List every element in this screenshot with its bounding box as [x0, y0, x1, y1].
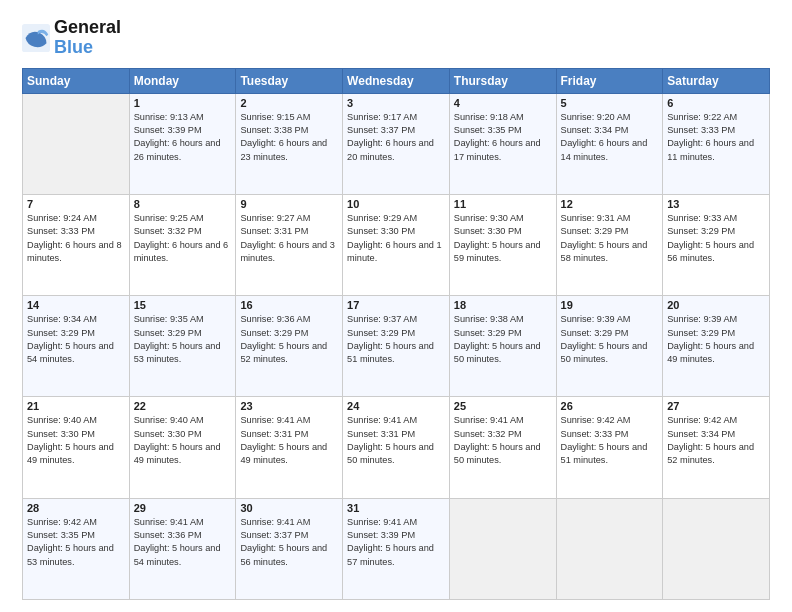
calendar-body: 1Sunrise: 9:13 AM Sunset: 3:39 PM Daylig… [23, 93, 770, 599]
day-number: 23 [240, 400, 338, 412]
calendar-cell [663, 498, 770, 599]
weekday-header-wednesday: Wednesday [343, 68, 450, 93]
day-number: 19 [561, 299, 659, 311]
day-number: 4 [454, 97, 552, 109]
calendar-cell [23, 93, 130, 194]
cell-info: Sunrise: 9:36 AM Sunset: 3:29 PM Dayligh… [240, 313, 338, 366]
calendar-cell: 13Sunrise: 9:33 AM Sunset: 3:29 PM Dayli… [663, 194, 770, 295]
calendar-week-2: 14Sunrise: 9:34 AM Sunset: 3:29 PM Dayli… [23, 296, 770, 397]
cell-info: Sunrise: 9:41 AM Sunset: 3:39 PM Dayligh… [347, 516, 445, 569]
weekday-header-saturday: Saturday [663, 68, 770, 93]
calendar-cell: 30Sunrise: 9:41 AM Sunset: 3:37 PM Dayli… [236, 498, 343, 599]
cell-info: Sunrise: 9:42 AM Sunset: 3:34 PM Dayligh… [667, 414, 765, 467]
calendar-cell: 17Sunrise: 9:37 AM Sunset: 3:29 PM Dayli… [343, 296, 450, 397]
calendar-week-4: 28Sunrise: 9:42 AM Sunset: 3:35 PM Dayli… [23, 498, 770, 599]
calendar-cell: 5Sunrise: 9:20 AM Sunset: 3:34 PM Daylig… [556, 93, 663, 194]
cell-info: Sunrise: 9:42 AM Sunset: 3:35 PM Dayligh… [27, 516, 125, 569]
cell-info: Sunrise: 9:18 AM Sunset: 3:35 PM Dayligh… [454, 111, 552, 164]
header: General Blue [22, 18, 770, 58]
cell-info: Sunrise: 9:13 AM Sunset: 3:39 PM Dayligh… [134, 111, 232, 164]
day-number: 16 [240, 299, 338, 311]
page: General Blue SundayMondayTuesdayWednesda… [0, 0, 792, 612]
cell-info: Sunrise: 9:40 AM Sunset: 3:30 PM Dayligh… [27, 414, 125, 467]
cell-info: Sunrise: 9:37 AM Sunset: 3:29 PM Dayligh… [347, 313, 445, 366]
cell-info: Sunrise: 9:35 AM Sunset: 3:29 PM Dayligh… [134, 313, 232, 366]
weekday-header-row: SundayMondayTuesdayWednesdayThursdayFrid… [23, 68, 770, 93]
calendar-cell: 7Sunrise: 9:24 AM Sunset: 3:33 PM Daylig… [23, 194, 130, 295]
logo-line1: General [54, 18, 121, 38]
calendar-cell: 2Sunrise: 9:15 AM Sunset: 3:38 PM Daylig… [236, 93, 343, 194]
calendar-cell: 24Sunrise: 9:41 AM Sunset: 3:31 PM Dayli… [343, 397, 450, 498]
day-number: 25 [454, 400, 552, 412]
day-number: 24 [347, 400, 445, 412]
calendar-cell: 16Sunrise: 9:36 AM Sunset: 3:29 PM Dayli… [236, 296, 343, 397]
calendar-cell [449, 498, 556, 599]
calendar-cell: 21Sunrise: 9:40 AM Sunset: 3:30 PM Dayli… [23, 397, 130, 498]
cell-info: Sunrise: 9:41 AM Sunset: 3:32 PM Dayligh… [454, 414, 552, 467]
day-number: 27 [667, 400, 765, 412]
weekday-header-monday: Monday [129, 68, 236, 93]
calendar-week-0: 1Sunrise: 9:13 AM Sunset: 3:39 PM Daylig… [23, 93, 770, 194]
day-number: 17 [347, 299, 445, 311]
cell-info: Sunrise: 9:17 AM Sunset: 3:37 PM Dayligh… [347, 111, 445, 164]
day-number: 31 [347, 502, 445, 514]
calendar-cell: 25Sunrise: 9:41 AM Sunset: 3:32 PM Dayli… [449, 397, 556, 498]
cell-info: Sunrise: 9:33 AM Sunset: 3:29 PM Dayligh… [667, 212, 765, 265]
day-number: 1 [134, 97, 232, 109]
logo-line2: Blue [54, 38, 121, 58]
calendar-cell: 20Sunrise: 9:39 AM Sunset: 3:29 PM Dayli… [663, 296, 770, 397]
cell-info: Sunrise: 9:22 AM Sunset: 3:33 PM Dayligh… [667, 111, 765, 164]
day-number: 8 [134, 198, 232, 210]
calendar-cell: 12Sunrise: 9:31 AM Sunset: 3:29 PM Dayli… [556, 194, 663, 295]
cell-info: Sunrise: 9:29 AM Sunset: 3:30 PM Dayligh… [347, 212, 445, 265]
weekday-header-sunday: Sunday [23, 68, 130, 93]
day-number: 12 [561, 198, 659, 210]
logo-text: General Blue [54, 18, 121, 58]
calendar-week-1: 7Sunrise: 9:24 AM Sunset: 3:33 PM Daylig… [23, 194, 770, 295]
cell-info: Sunrise: 9:41 AM Sunset: 3:37 PM Dayligh… [240, 516, 338, 569]
day-number: 22 [134, 400, 232, 412]
cell-info: Sunrise: 9:41 AM Sunset: 3:31 PM Dayligh… [240, 414, 338, 467]
day-number: 3 [347, 97, 445, 109]
calendar-cell: 15Sunrise: 9:35 AM Sunset: 3:29 PM Dayli… [129, 296, 236, 397]
day-number: 6 [667, 97, 765, 109]
calendar-cell: 18Sunrise: 9:38 AM Sunset: 3:29 PM Dayli… [449, 296, 556, 397]
calendar-cell: 3Sunrise: 9:17 AM Sunset: 3:37 PM Daylig… [343, 93, 450, 194]
weekday-header-tuesday: Tuesday [236, 68, 343, 93]
cell-info: Sunrise: 9:34 AM Sunset: 3:29 PM Dayligh… [27, 313, 125, 366]
day-number: 2 [240, 97, 338, 109]
calendar-cell: 26Sunrise: 9:42 AM Sunset: 3:33 PM Dayli… [556, 397, 663, 498]
calendar: SundayMondayTuesdayWednesdayThursdayFrid… [22, 68, 770, 600]
day-number: 18 [454, 299, 552, 311]
weekday-header-friday: Friday [556, 68, 663, 93]
calendar-cell: 9Sunrise: 9:27 AM Sunset: 3:31 PM Daylig… [236, 194, 343, 295]
weekday-header-thursday: Thursday [449, 68, 556, 93]
cell-info: Sunrise: 9:39 AM Sunset: 3:29 PM Dayligh… [667, 313, 765, 366]
day-number: 15 [134, 299, 232, 311]
cell-info: Sunrise: 9:38 AM Sunset: 3:29 PM Dayligh… [454, 313, 552, 366]
cell-info: Sunrise: 9:31 AM Sunset: 3:29 PM Dayligh… [561, 212, 659, 265]
day-number: 10 [347, 198, 445, 210]
calendar-cell: 19Sunrise: 9:39 AM Sunset: 3:29 PM Dayli… [556, 296, 663, 397]
calendar-cell: 11Sunrise: 9:30 AM Sunset: 3:30 PM Dayli… [449, 194, 556, 295]
calendar-cell: 14Sunrise: 9:34 AM Sunset: 3:29 PM Dayli… [23, 296, 130, 397]
day-number: 14 [27, 299, 125, 311]
cell-info: Sunrise: 9:39 AM Sunset: 3:29 PM Dayligh… [561, 313, 659, 366]
day-number: 28 [27, 502, 125, 514]
logo-icon [22, 24, 50, 52]
calendar-week-3: 21Sunrise: 9:40 AM Sunset: 3:30 PM Dayli… [23, 397, 770, 498]
day-number: 11 [454, 198, 552, 210]
day-number: 13 [667, 198, 765, 210]
logo: General Blue [22, 18, 121, 58]
cell-info: Sunrise: 9:15 AM Sunset: 3:38 PM Dayligh… [240, 111, 338, 164]
cell-info: Sunrise: 9:41 AM Sunset: 3:31 PM Dayligh… [347, 414, 445, 467]
calendar-cell: 10Sunrise: 9:29 AM Sunset: 3:30 PM Dayli… [343, 194, 450, 295]
calendar-cell: 6Sunrise: 9:22 AM Sunset: 3:33 PM Daylig… [663, 93, 770, 194]
cell-info: Sunrise: 9:24 AM Sunset: 3:33 PM Dayligh… [27, 212, 125, 265]
calendar-cell: 29Sunrise: 9:41 AM Sunset: 3:36 PM Dayli… [129, 498, 236, 599]
cell-info: Sunrise: 9:40 AM Sunset: 3:30 PM Dayligh… [134, 414, 232, 467]
day-number: 9 [240, 198, 338, 210]
day-number: 5 [561, 97, 659, 109]
calendar-cell: 27Sunrise: 9:42 AM Sunset: 3:34 PM Dayli… [663, 397, 770, 498]
day-number: 26 [561, 400, 659, 412]
